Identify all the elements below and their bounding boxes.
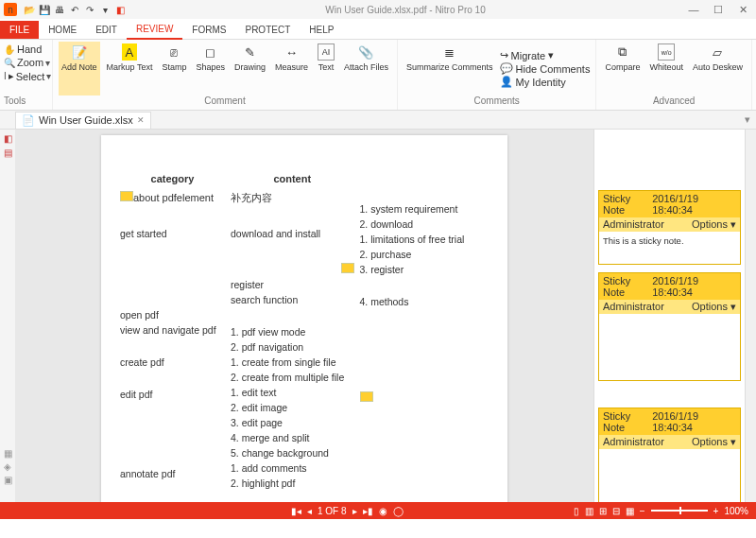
- tab-dropdown-icon[interactable]: ▾: [745, 113, 750, 126]
- hand-tool[interactable]: ✋ Hand: [4, 43, 48, 55]
- drawing-icon: ✎: [241, 43, 258, 61]
- tools-panel: ✋ Hand 🔍 Zoom ▾ I▸ Select ▾ Tools: [0, 40, 53, 110]
- rail-b1[interactable]: ▦: [4, 448, 12, 459]
- markup-text-button[interactable]: AMarkup Text: [104, 42, 156, 95]
- identity-icon: 👤: [500, 76, 513, 88]
- first-page-icon[interactable]: ▮◂: [291, 506, 301, 516]
- close-tab-icon[interactable]: ✕: [137, 115, 145, 125]
- sticky-note-3[interactable]: Sticky Note2016/1/19 18:40:34 Administra…: [598, 408, 741, 502]
- window-title: Win User Guide.xlsx.pdf - Nitro Pro 10: [127, 5, 684, 15]
- rail-b3[interactable]: ▣: [4, 475, 12, 485]
- title-bar: n 📂 💾 🖶 ↶ ↷ ▾ ◧ Win User Guide.xlsx.pdf …: [0, 0, 756, 19]
- text-button[interactable]: AIText: [315, 42, 337, 95]
- forward-icon[interactable]: ◯: [393, 506, 404, 516]
- comment-group: 📝Add Note AMarkup Text ⎚Stamp ◻Shapes ✎D…: [53, 40, 398, 110]
- document-tab[interactable]: 📄 Win User Guide.xlsx ✕: [15, 112, 151, 129]
- page-indicator: 1 OF 8: [318, 506, 347, 516]
- summarize-button[interactable]: ≣Summarize Comments: [404, 42, 496, 95]
- comments-group: ≣Summarize Comments ↪Migrate ▾ 💬Hide Com…: [398, 40, 596, 110]
- add-note-button[interactable]: 📝Add Note: [59, 42, 100, 95]
- rail-b2[interactable]: ◈: [4, 461, 11, 472]
- text-icon: AI: [318, 43, 335, 61]
- sticky-note-1[interactable]: Sticky Note2016/1/19 18:40:34 Administra…: [598, 190, 741, 265]
- migrate-button[interactable]: ↪Migrate ▾: [500, 49, 591, 61]
- identity-button[interactable]: 👤My Identity: [500, 76, 591, 88]
- advanced-group: ⧉Compare w/oWhiteout ▱Auto Deskew Advanc…: [596, 40, 752, 110]
- stamp-button[interactable]: ⎚Stamp: [159, 42, 189, 95]
- zoom-slider[interactable]: [651, 510, 708, 512]
- whiteout-icon: w/o: [658, 43, 675, 61]
- attach-icon: 📎: [357, 43, 374, 61]
- vertical-scrollbar[interactable]: [745, 130, 756, 502]
- page-viewport[interactable]: category about pdfelement get started op…: [15, 130, 593, 502]
- tab-help[interactable]: HELP: [300, 21, 343, 39]
- open-icon[interactable]: 📂: [23, 3, 36, 16]
- cat-header: category: [120, 173, 225, 184]
- row-about: about pdfelement: [120, 190, 225, 205]
- view-mode-5-icon[interactable]: ▦: [626, 506, 634, 516]
- whiteout-button[interactable]: w/oWhiteout: [646, 42, 686, 95]
- view-mode-3-icon[interactable]: ⊞: [599, 506, 607, 516]
- zoom-tool[interactable]: 🔍 Zoom ▾: [4, 57, 48, 68]
- compare-icon: ⧉: [614, 43, 631, 61]
- tab-edit[interactable]: EDIT: [86, 21, 127, 39]
- tool-icon[interactable]: ◧: [113, 3, 127, 16]
- back-icon[interactable]: ◉: [379, 506, 387, 516]
- migrate-icon: ↪: [500, 49, 508, 61]
- prev-page-icon[interactable]: ◂: [307, 506, 312, 516]
- select-tool[interactable]: I▸ Select ▾: [4, 70, 48, 82]
- tab-home[interactable]: HOME: [39, 21, 86, 39]
- next-page-icon[interactable]: ▸: [352, 506, 357, 516]
- rail-icon-2[interactable]: ▤: [4, 148, 12, 158]
- attach-files-button[interactable]: 📎Attach Files: [341, 42, 391, 95]
- side-rail: ◧ ▤: [0, 130, 15, 502]
- tools-label: Tools: [4, 95, 48, 106]
- pdf-page: category about pdfelement get started op…: [101, 135, 507, 502]
- undo-icon[interactable]: ↶: [68, 3, 81, 16]
- note-marker-icon[interactable]: [360, 391, 373, 402]
- note-icon: 📝: [71, 43, 88, 61]
- zoom-in-icon[interactable]: +: [713, 506, 719, 516]
- zoom-level: 100%: [724, 506, 748, 516]
- view-mode-4-icon[interactable]: ⊟: [612, 506, 620, 516]
- tab-forms[interactable]: FORMS: [182, 21, 235, 39]
- qat-dropdown-icon[interactable]: ▾: [98, 3, 112, 16]
- ribbon: ✋ Hand 🔍 Zoom ▾ I▸ Select ▾ Tools 📝Add N…: [0, 40, 756, 111]
- print-icon[interactable]: 🖶: [53, 3, 66, 16]
- compare-button[interactable]: ⧉Compare: [602, 42, 643, 95]
- minimize-button[interactable]: —: [684, 4, 703, 16]
- shapes-icon: ◻: [202, 43, 219, 61]
- comments-pane: Sticky Note2016/1/19 18:40:34 Administra…: [593, 130, 745, 502]
- tab-review[interactable]: REVIEW: [127, 20, 182, 40]
- last-page-icon[interactable]: ▸▮: [363, 506, 373, 516]
- tab-file[interactable]: FILE: [0, 21, 39, 39]
- hide-icon: 💬: [500, 62, 513, 75]
- status-bar: ▮◂ ◂ 1 OF 8 ▸ ▸▮ ◉ ◯ ▯ ▥ ⊞ ⊟ ▦ − + 100%: [0, 502, 756, 519]
- redo-icon[interactable]: ↷: [83, 3, 96, 16]
- zoom-out-icon[interactable]: −: [640, 506, 645, 516]
- view-mode-1-icon[interactable]: ▯: [574, 506, 579, 516]
- view-mode-2-icon[interactable]: ▥: [585, 506, 593, 516]
- measure-button[interactable]: ↔Measure: [272, 42, 311, 95]
- measure-icon: ↔: [283, 43, 300, 61]
- shapes-button[interactable]: ◻Shapes: [193, 42, 228, 95]
- note-marker-icon[interactable]: [120, 191, 133, 201]
- document-tabs: 📄 Win User Guide.xlsx ✕ ▾: [0, 111, 756, 130]
- doc-icon: 📄: [22, 114, 35, 127]
- sticky-note-2[interactable]: Sticky Note2016/1/19 18:40:34 Administra…: [598, 272, 741, 381]
- save-icon[interactable]: 💾: [38, 3, 51, 16]
- drawing-button[interactable]: ✎Drawing: [232, 42, 268, 95]
- deskew-icon: ▱: [709, 43, 726, 61]
- maximize-button[interactable]: ☐: [709, 4, 728, 16]
- close-button[interactable]: ✕: [733, 4, 752, 16]
- hide-comments-button[interactable]: 💬Hide Comments: [500, 62, 591, 75]
- note-marker-icon[interactable]: [341, 263, 354, 273]
- workspace: ◧ ▤ ▦ ◈ ▣ category about pdfelement get …: [0, 130, 756, 502]
- tab-protect[interactable]: PROTECT: [235, 21, 300, 39]
- markup-icon: A: [122, 43, 137, 61]
- ribbon-tabs: FILE HOME EDIT REVIEW FORMS PROTECT HELP: [0, 19, 756, 40]
- rail-icon-1[interactable]: ◧: [4, 133, 12, 144]
- summarize-icon: ≣: [441, 43, 458, 61]
- deskew-button[interactable]: ▱Auto Deskew: [690, 42, 746, 95]
- quick-access-toolbar: n 📂 💾 🖶 ↶ ↷ ▾ ◧: [4, 3, 127, 16]
